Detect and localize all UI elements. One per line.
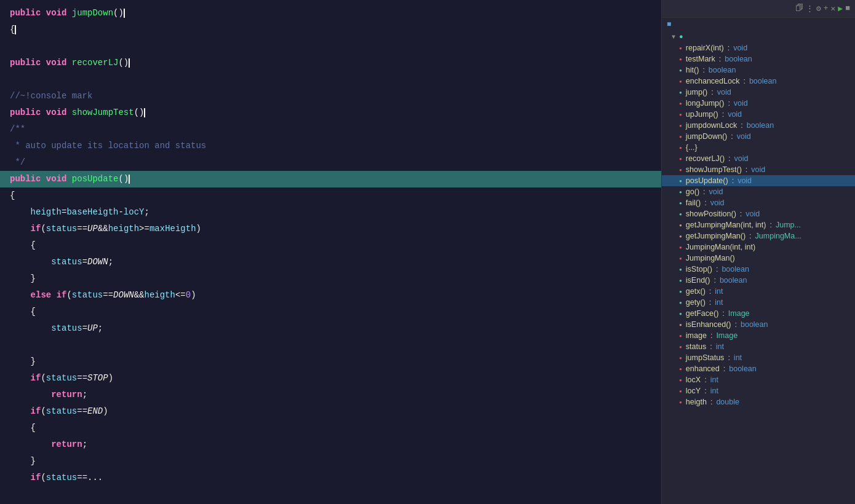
item-colon: : <box>704 199 706 207</box>
item-type: Image <box>728 309 750 318</box>
item-label: fail() <box>686 199 701 207</box>
close-icon[interactable]: ✕ <box>831 4 836 14</box>
settings-icon[interactable]: ⚙ <box>816 4 821 14</box>
new-file-icon[interactable]: 🗍 <box>795 4 803 14</box>
outline-item[interactable]: ●locX : int <box>662 374 855 385</box>
outline-item[interactable]: ●{...} <box>662 142 855 153</box>
code-line: if(status==END) <box>0 403 661 420</box>
outline-item[interactable]: ●heigth : double <box>662 396 855 408</box>
outline-item[interactable]: ●jumpDown() : void <box>662 131 855 142</box>
item-type: boolean <box>725 55 752 63</box>
outline-item[interactable]: ●isStop() : boolean <box>662 264 855 275</box>
item-colon: : <box>723 364 725 373</box>
stop-icon[interactable]: ■ <box>845 4 850 14</box>
outline-item[interactable]: ●status : int <box>662 341 855 352</box>
code-line: /** <box>0 121 661 138</box>
item-type: int <box>716 342 724 351</box>
code-line: if(status==... <box>0 470 661 486</box>
code-line <box>0 71 661 88</box>
outline-item[interactable]: ●recoverLJ() : void <box>662 153 855 164</box>
outline-item[interactable]: ●fail() : void <box>662 197 855 208</box>
code-line: else if(status==DOWN&&heigth<=0) <box>0 287 661 304</box>
outline-item[interactable]: ●go() : void <box>662 186 855 197</box>
item-type: int <box>710 387 718 395</box>
item-colon: : <box>703 187 705 196</box>
item-type: void <box>734 99 748 108</box>
item-type: void <box>717 88 731 96</box>
item-colon: : <box>746 165 747 174</box>
item-label: jumpStatus <box>686 353 725 362</box>
outline-item[interactable]: ●posUpdate() : void <box>662 175 855 186</box>
outline-item[interactable]: ●jumpdownLock : boolean <box>662 120 855 131</box>
item-colon: : <box>732 176 734 185</box>
outline-item[interactable]: ●isEnhanced() : boolean <box>662 319 855 330</box>
outline-item[interactable]: ●upJump() : void <box>662 109 855 120</box>
outline-item[interactable]: ●locY : int <box>662 385 855 396</box>
item-label: JumpingMan() <box>686 254 735 262</box>
outline-item[interactable]: ●enchancedLock : boolean <box>662 76 855 87</box>
outline-item[interactable]: ●getJumpingMan(int, int) : Jump... <box>662 219 855 230</box>
code-line: { <box>0 22 661 38</box>
item-dot-icon: ● <box>679 134 682 140</box>
outline-item[interactable]: ●longJump() : void <box>662 98 855 109</box>
outline-item[interactable]: ●showPosition() : void <box>662 208 855 219</box>
item-label: posUpdate() <box>686 176 728 185</box>
outline-header: 🗍 ⋮ ⚙ + ✕ ▶ ■ <box>662 0 855 18</box>
outline-item[interactable]: ●getx() : int <box>662 286 855 297</box>
item-label: jumpDown() <box>686 132 727 141</box>
item-type: int <box>734 353 742 362</box>
outline-toolbar[interactable]: 🗍 ⋮ ⚙ + ✕ ▶ ■ <box>795 4 850 14</box>
code-line: public void showJumpTest() <box>0 104 661 121</box>
outline-item[interactable]: ●hit() : boolean <box>662 65 855 76</box>
item-label: getJumpingMan(int, int) <box>686 221 766 229</box>
item-dot-icon: ● <box>679 388 682 394</box>
item-label: enhanced <box>686 364 720 373</box>
item-colon: : <box>704 387 706 395</box>
outline-item[interactable]: ●gety() : int <box>662 297 855 308</box>
play-icon[interactable]: ▶ <box>838 4 843 14</box>
item-type: Jump... <box>776 221 801 229</box>
add-icon[interactable]: + <box>824 4 829 14</box>
item-dot-icon: ● <box>679 156 682 162</box>
item-type: boolean <box>729 364 757 373</box>
item-type: boolean <box>741 320 768 329</box>
outline-item[interactable]: ●image : Image <box>662 330 855 341</box>
item-dot-icon: ● <box>679 278 682 283</box>
code-line <box>0 337 661 353</box>
collapse-icon[interactable]: ▼ <box>672 34 675 41</box>
outline-item[interactable]: ●getFace() : Image <box>662 308 855 319</box>
outline-item[interactable]: ●JumpingMan(int, int) <box>662 242 855 253</box>
item-dot-icon: ● <box>679 300 682 305</box>
outline-item[interactable]: ●repairX(int) : void <box>662 42 855 53</box>
item-label: JumpingMan(int, int) <box>686 243 755 251</box>
outline-item[interactable]: ●enhanced : boolean <box>662 363 855 374</box>
item-label: go() <box>686 187 699 196</box>
outline-panel[interactable]: 🗍 ⋮ ⚙ + ✕ ▶ ■ ■ ▼ ● ●repairX(int) : void… <box>661 0 855 504</box>
code-line: } <box>0 353 661 370</box>
item-colon: : <box>711 88 713 96</box>
item-dot-icon: ● <box>679 311 682 317</box>
outline-item[interactable]: ●jump() : void <box>662 87 855 98</box>
outline-item[interactable]: ●testMark : boolean <box>662 53 855 65</box>
outline-item[interactable]: ●jumpStatus : int <box>662 352 855 363</box>
code-line: { <box>0 420 661 436</box>
code-line: status=DOWN; <box>0 254 661 270</box>
item-label: enchancedLock <box>686 77 740 85</box>
outline-item[interactable]: ●JumpingMan() <box>662 253 855 264</box>
code-line: { <box>0 187 661 204</box>
item-label: repairX(int) <box>686 44 724 52</box>
item-label: getx() <box>686 287 706 296</box>
code-editor[interactable]: public void jumpDown(){ public void reco… <box>0 0 661 504</box>
outline-item[interactable]: ●showJumpTest() : void <box>662 164 855 175</box>
item-colon: : <box>710 398 712 406</box>
outline-class-row[interactable]: ▼ ● <box>662 31 855 42</box>
item-dot-icon: ● <box>679 377 682 383</box>
outline-item[interactable]: ●getJumpingMan() : JumpingMa... <box>662 230 855 242</box>
outline-item[interactable]: ●isEnd() : boolean <box>662 275 855 286</box>
item-type: boolean <box>720 276 747 285</box>
item-label: showJumpTest() <box>686 165 742 174</box>
item-colon: : <box>735 320 737 329</box>
item-label: getFace() <box>686 309 719 318</box>
grid-icon[interactable]: ⋮ <box>806 4 814 14</box>
item-label: gety() <box>686 298 706 307</box>
